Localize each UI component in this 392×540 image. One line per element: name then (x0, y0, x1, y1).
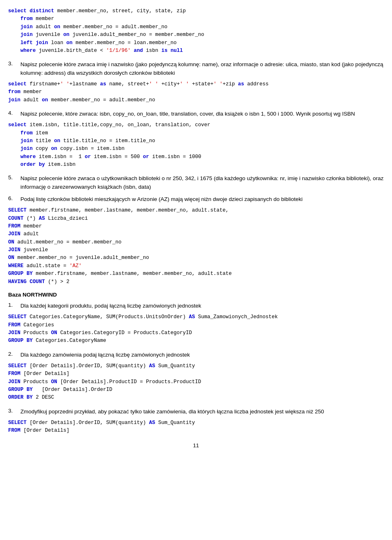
section-3-heading: 3. Napisz polecenie które zwraca imię i … (8, 60, 384, 77)
northwind-1-number: 1. (8, 302, 20, 310)
code-block-3: select firstname+' '+lastname as name, s… (8, 80, 384, 104)
code-block-4: select item.isbn, title.title,copy_no, o… (8, 121, 384, 169)
code-block-1: select distinct member.member_no, street… (8, 7, 384, 55)
northwind-1-heading: 1. Dla każdej kategorii produktu, podaj … (8, 302, 384, 310)
section-5-heading: 5. Napisz polecenie które zwraca o użytk… (8, 174, 384, 191)
section-4-desc: Napisz polecenie, które zwraca: isbn, co… (20, 110, 355, 118)
northwind-3-heading: 3. Zmodyfikuj poprzedni przykład, aby po… (8, 408, 384, 416)
code-block-6: SELECT member.firstname, member.lastname… (8, 207, 384, 286)
baza-northwind-heading: Baza NORTHWIND (8, 292, 384, 298)
section-3-desc: Napisz polecenie które zwraca imię i naz… (20, 60, 384, 77)
code-block-n2: SELECT [Order Details].OrderID, SUM(quan… (8, 362, 384, 402)
section-5-number: 5. (8, 174, 20, 191)
northwind-2-number: 2. (8, 351, 20, 359)
code-block-n1: SELECT Categories.CategoryName, SUM(Prod… (8, 313, 384, 345)
section-4-heading: 4. Napisz polecenie, które zwraca: isbn,… (8, 110, 384, 118)
northwind-2-desc: Dla każdego zamówienia podaj łączną licz… (20, 351, 190, 359)
section-3-number: 3. (8, 60, 20, 77)
section-4-number: 4. (8, 110, 20, 118)
northwind-3-desc: Zmodyfikuj poprzedni przykład, aby pokaz… (20, 408, 324, 416)
section-6-heading: 6. Podaj listę członków biblioteki miesz… (8, 195, 384, 203)
section-6-number: 6. (8, 195, 20, 203)
northwind-1-desc: Dla każdej kategorii produktu, podaj łąc… (20, 302, 201, 310)
section-5-desc: Napisz polecenie które zwraca o użytkown… (20, 174, 384, 191)
page-number: 11 (8, 442, 384, 449)
code-block-n3: SELECT [Order Details].OrderID, SUM(quan… (8, 419, 384, 435)
northwind-2-heading: 2. Dla każdego zamówienia podaj łączną l… (8, 351, 384, 359)
section-6-desc: Podaj listę członków biblioteki mieszkaj… (20, 195, 303, 203)
northwind-3-number: 3. (8, 408, 20, 416)
